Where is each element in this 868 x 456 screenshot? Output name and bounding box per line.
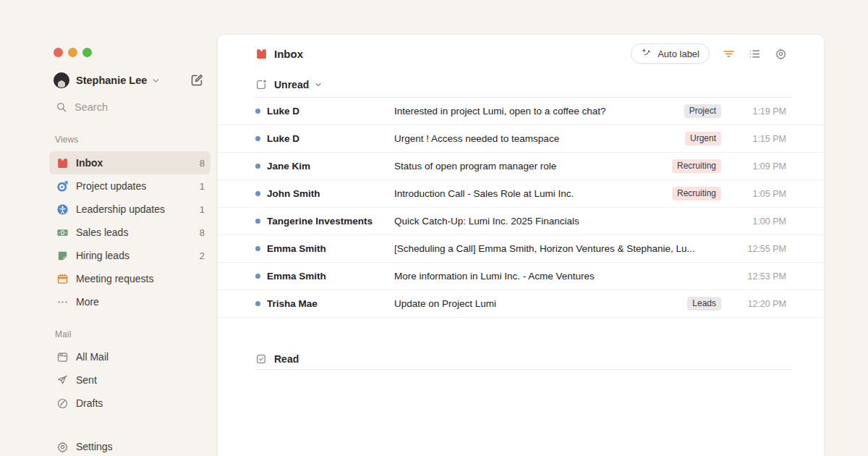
sidebar-item-label: All Mail bbox=[76, 351, 109, 363]
sidebar-item-count: 1 bbox=[200, 204, 205, 215]
sidebar-item-project-updates[interactable]: Project updates 1 bbox=[49, 174, 210, 198]
target-icon bbox=[56, 180, 69, 193]
email-row[interactable]: Tangerine Investments Quick Catch-Up: Lu… bbox=[218, 208, 824, 235]
email-tag: Leads bbox=[687, 297, 721, 311]
sidebar: Stephanie Lee Search Views Inbox 8 bbox=[0, 0, 217, 456]
sidebar-item-leadership-updates[interactable]: Leadership updates 1 bbox=[49, 198, 210, 221]
email-time: 12:53 PM bbox=[730, 271, 786, 282]
sidebar-item-more[interactable]: More bbox=[49, 290, 210, 313]
gear-icon bbox=[56, 441, 69, 453]
unread-group-header[interactable]: Unread bbox=[218, 72, 824, 97]
draft-circle-icon bbox=[56, 397, 69, 410]
sidebar-item-label: Project updates bbox=[76, 180, 146, 192]
archive-icon bbox=[56, 351, 69, 363]
inbox-panel: Inbox Auto label Unread bbox=[217, 34, 825, 456]
search-icon bbox=[56, 101, 67, 113]
minimize-window-button[interactable] bbox=[68, 48, 77, 57]
email-sender: Jane Kim bbox=[267, 161, 394, 172]
auto-label-button[interactable]: Auto label bbox=[631, 43, 710, 64]
email-list: Luke D Interested in project Lumi, open … bbox=[218, 98, 824, 318]
email-sender: Emma Smith bbox=[267, 243, 394, 254]
email-tag: Project bbox=[684, 104, 721, 118]
email-row[interactable]: Trisha Mae Update on Project Lumi Leads … bbox=[218, 290, 824, 318]
email-tag: Urgent bbox=[685, 132, 721, 145]
unread-dot bbox=[255, 219, 260, 224]
email-subject: Quick Catch-Up: Lumi Inc. 2025 Financial… bbox=[394, 216, 721, 227]
email-sender: Luke D bbox=[267, 133, 394, 144]
sparkle-wand-icon bbox=[641, 48, 652, 59]
email-row[interactable]: Emma Smith More information in Lumi Inc.… bbox=[218, 263, 824, 290]
note-icon bbox=[56, 250, 69, 262]
app-window: Stephanie Lee Search Views Inbox 8 bbox=[0, 0, 868, 456]
search-placeholder: Search bbox=[75, 101, 108, 113]
mail-section-label: Mail bbox=[55, 329, 71, 339]
read-checkbox-icon bbox=[255, 353, 267, 365]
calendar-icon bbox=[56, 273, 69, 285]
email-subject: More information in Lumi Inc. - Acme Ven… bbox=[394, 271, 721, 282]
sidebar-item-label: Settings bbox=[76, 441, 113, 452]
sidebar-item-all-mail[interactable]: All Mail bbox=[49, 345, 210, 368]
sidebar-item-hiring-leads[interactable]: Hiring leads 2 bbox=[49, 244, 210, 267]
email-row[interactable]: John Smith Introduction Call - Sales Rol… bbox=[218, 180, 824, 208]
email-time: 1:00 PM bbox=[730, 216, 786, 227]
unread-dot bbox=[255, 109, 260, 114]
email-subject: Interested in project Lumi, open to a co… bbox=[394, 106, 676, 117]
unread-dot bbox=[255, 274, 260, 279]
email-subject: Status of open program manager role bbox=[394, 161, 663, 172]
email-sender: Trisha Mae bbox=[267, 298, 394, 309]
sidebar-item-count: 1 bbox=[200, 181, 205, 192]
list-view-icon[interactable] bbox=[747, 46, 762, 61]
email-row[interactable]: Luke D Interested in project Lumi, open … bbox=[218, 98, 824, 125]
unread-dot bbox=[255, 301, 260, 306]
email-subject: Introduction Call - Sales Role at Lumi I… bbox=[394, 188, 663, 199]
email-time: 1:15 PM bbox=[730, 134, 786, 144]
view-settings-gear-icon[interactable] bbox=[773, 46, 788, 61]
money-icon bbox=[56, 227, 69, 239]
unread-group-label: Unread bbox=[274, 79, 309, 90]
email-time: 1:09 PM bbox=[730, 161, 786, 172]
read-group-header[interactable]: Read bbox=[218, 349, 824, 369]
read-group-label: Read bbox=[274, 353, 299, 365]
unread-dot bbox=[255, 164, 260, 169]
close-window-button[interactable] bbox=[54, 48, 63, 57]
chevron-down-icon bbox=[151, 76, 161, 85]
email-row[interactable]: Luke D Urgent ! Access needed to teamspa… bbox=[218, 125, 824, 153]
window-controls bbox=[54, 48, 92, 57]
sidebar-item-label: More bbox=[76, 296, 99, 308]
sidebar-item-label: Hiring leads bbox=[76, 250, 129, 261]
fullscreen-window-button[interactable] bbox=[82, 48, 92, 57]
email-row[interactable]: Jane Kim Status of open program manager … bbox=[218, 153, 824, 180]
email-row[interactable]: Emma Smith [Scheduling a Call] Emma Smit… bbox=[218, 235, 824, 263]
header-actions: Auto label bbox=[631, 43, 788, 64]
sidebar-item-inbox[interactable]: Inbox 8 bbox=[49, 151, 210, 174]
filter-icon[interactable] bbox=[721, 46, 736, 61]
sidebar-item-label: Meeting requests bbox=[76, 273, 153, 284]
sidebar-item-meeting-requests[interactable]: Meeting requests bbox=[49, 267, 210, 290]
email-time: 12:20 PM bbox=[730, 299, 786, 309]
sidebar-item-label: Sales leads bbox=[76, 227, 128, 238]
sidebar-item-label: Drafts bbox=[76, 397, 103, 409]
email-time: 1:05 PM bbox=[730, 189, 786, 199]
auto-label-text: Auto label bbox=[658, 48, 699, 59]
inbox-header: Inbox Auto label bbox=[218, 35, 824, 72]
unread-dot bbox=[255, 191, 260, 196]
email-time: 1:19 PM bbox=[730, 106, 786, 117]
sidebar-item-count: 8 bbox=[200, 158, 205, 169]
compose-icon bbox=[190, 73, 204, 87]
sidebar-item-settings[interactable]: Settings bbox=[49, 435, 210, 456]
email-subject: Urgent ! Access needed to teamspace bbox=[394, 133, 676, 144]
email-subject: [Scheduling a Call] Emma Smith, Horizon … bbox=[394, 243, 721, 254]
sidebar-item-sent[interactable]: Sent bbox=[49, 368, 210, 392]
sidebar-item-sales-leads[interactable]: Sales leads 8 bbox=[49, 221, 210, 244]
chevron-down-icon bbox=[314, 80, 323, 89]
email-tag: Recruiting bbox=[672, 187, 721, 200]
search-input[interactable]: Search bbox=[56, 99, 108, 115]
inbox-tray-icon bbox=[255, 48, 268, 60]
mail-nav: All Mail Sent Drafts bbox=[49, 345, 210, 415]
sidebar-item-drafts[interactable]: Drafts bbox=[49, 392, 210, 415]
account-switcher[interactable]: Stephanie Lee bbox=[54, 72, 161, 89]
email-sender: Tangerine Investments bbox=[267, 216, 394, 227]
sidebar-item-count: 2 bbox=[200, 250, 205, 261]
email-tag: Recruiting bbox=[672, 159, 721, 173]
compose-button[interactable] bbox=[189, 73, 205, 89]
